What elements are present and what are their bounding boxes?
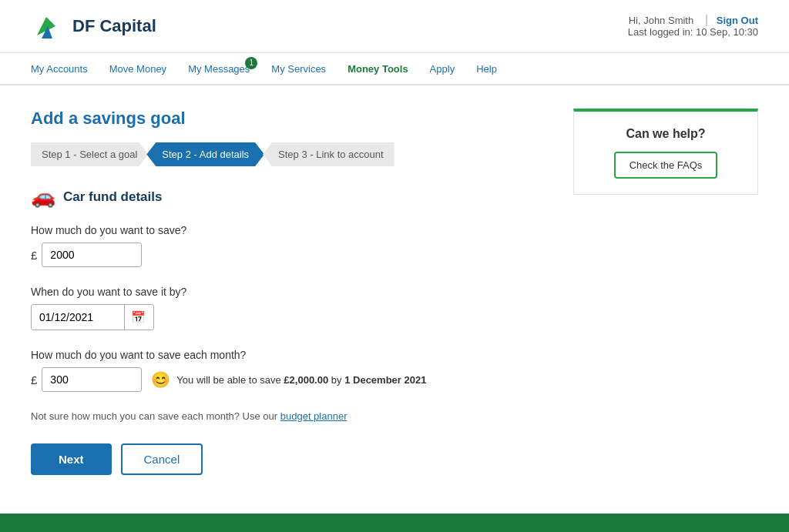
nav-move-money[interactable]: Move Money [109,63,166,75]
savings-message: 😊 You will be able to save £2,000.00 by … [151,370,426,389]
step-2[interactable]: Step 2 - Add details [146,142,264,166]
check-faqs-button[interactable]: Check the FAQs [614,152,718,179]
main-content: Add a savings goal Step 1 - Select a goa… [0,85,789,498]
messages-badge: 1 [245,57,257,69]
save-by-input[interactable] [32,306,124,329]
monthly-input[interactable] [42,367,142,392]
help-title: Can we help? [589,127,742,141]
save-amount-input[interactable] [42,243,142,267]
save-amount-group: How much do you want to save? £ [31,224,542,267]
sign-out-link[interactable]: Sign Out [706,15,758,26]
nav-apply[interactable]: Apply [430,63,455,75]
smiley-icon: 😊 [151,370,170,389]
logo-text: DF Capital [72,16,156,36]
nav-help[interactable]: Help [476,63,497,75]
save-amount-label: How much do you want to save? [31,224,542,236]
page-title: Add a savings goal [31,109,542,129]
monthly-label: How much do you want to save each month? [31,349,542,361]
save-by-date-wrap: 📅 [31,304,154,330]
next-button[interactable]: Next [31,443,112,475]
df-capital-logo-icon [31,9,65,43]
budget-note: Not sure how much you can save each mont… [31,410,542,422]
section-title: Car fund details [63,189,162,205]
calendar-icon-button[interactable]: 📅 [124,305,152,330]
nav-my-services[interactable]: My Services [271,63,326,75]
cancel-button[interactable]: Cancel [121,443,203,475]
budget-planner-link[interactable]: budget planner [280,410,347,422]
nav-my-messages[interactable]: My Messages 1 [188,63,250,75]
header-user-info: Hi, John Smith Sign Out Last logged in: … [628,15,758,38]
save-amount-wrap: £ [31,243,542,267]
monthly-prefix: £ [31,373,37,386]
footer: DF Capital Customer security tips Privac… [0,514,789,532]
nav-my-accounts[interactable]: My Accounts [31,63,88,75]
left-panel: Add a savings goal Step 1 - Select a goa… [31,109,542,475]
logo-area: DF Capital [31,9,156,43]
save-by-label: When do you want to save it by? [31,286,542,298]
savings-amount-bold: £2,000.00 [284,374,328,386]
step-3[interactable]: Step 3 - Link to account [263,142,394,166]
monthly-amount-wrap: £ [31,367,142,392]
save-by-group: When do you want to save it by? 📅 [31,286,542,330]
help-panel: Can we help? Check the FAQs [573,109,758,195]
header: DF Capital Hi, John Smith Sign Out Last … [0,0,789,53]
right-panel: Can we help? Check the FAQs [573,109,758,475]
section-heading: 🚗 Car fund details [31,185,542,209]
car-icon: 🚗 [31,185,55,209]
nav-money-tools[interactable]: Money Tools [347,63,408,75]
button-row: Next Cancel [31,443,542,475]
step-1[interactable]: Step 1 - Select a goal [31,142,148,166]
navigation: My Accounts Move Money My Messages 1 My … [0,53,789,85]
greeting-text: Hi, John Smith [629,15,694,26]
save-amount-prefix: £ [31,249,37,262]
step-indicator: Step 1 - Select a goal Step 2 - Add deta… [31,142,542,166]
last-logged-text: Last logged in: 10 Sep, 10:30 [628,26,758,38]
monthly-amount-group: How much do you want to save each month?… [31,349,542,392]
savings-date-bold: 1 December 2021 [344,374,426,386]
